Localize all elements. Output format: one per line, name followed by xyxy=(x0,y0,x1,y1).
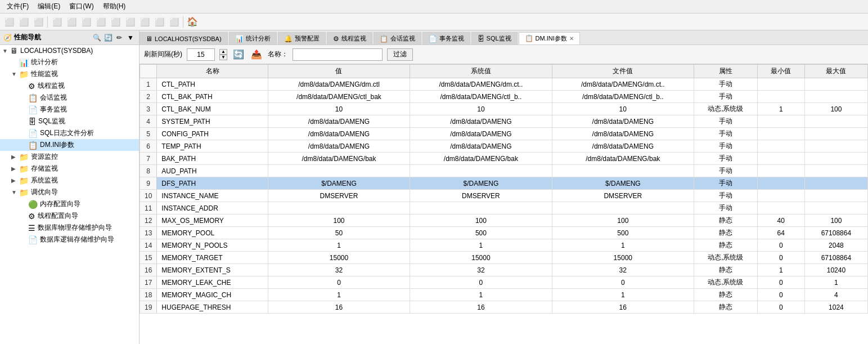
node-label: 统计分析 xyxy=(31,57,58,67)
menu-window[interactable]: 窗口(W) xyxy=(65,1,98,12)
table-row[interactable]: 12 MAX_OS_MEMORY 100 100 100 静态 40 100 xyxy=(140,215,868,227)
param-attr: 静态 xyxy=(694,227,758,239)
toolbar-btn-9[interactable]: ⬜ xyxy=(123,15,137,29)
toolbar-btn-1[interactable]: ⬜ xyxy=(2,15,16,29)
param-name: MEMORY_MAGIC_CH xyxy=(157,289,268,301)
table-row[interactable]: 14 MEMORY_N_POOLS 1 1 1 静态 0 2048 xyxy=(140,239,868,252)
tree-item-memcfg[interactable]: 🟢 内存配置向导 xyxy=(0,198,139,210)
tree-item-thrcfg[interactable]: ⚙ 线程配置向导 xyxy=(0,210,139,222)
name-input[interactable] xyxy=(293,48,383,61)
param-min: 40 xyxy=(757,215,804,227)
filter-button[interactable]: 过滤 xyxy=(387,48,413,61)
tab-2[interactable]: 🔔预警配置 xyxy=(278,32,326,44)
toolbar-btn-5[interactable]: ⬜ xyxy=(65,15,78,29)
tree-item-sysmon[interactable]: ▶ 📁 系统监视 xyxy=(0,175,139,186)
toolbar-btn-8[interactable]: ⬜ xyxy=(109,15,122,29)
tab-5[interactable]: 📄事务监视 xyxy=(422,32,470,44)
table-row[interactable]: 13 MEMORY_POOL 50 500 500 静态 64 67108864 xyxy=(140,227,868,239)
table-row[interactable]: 15 MEMORY_TARGET 15000 15000 15000 动态,系统… xyxy=(140,252,868,264)
node-label: SQL监视 xyxy=(38,117,65,126)
toolbar-sep-2 xyxy=(183,16,183,28)
table-row[interactable]: 2 CTL_BAK_PATH /dm8/data/DAMENG/ctl_bak … xyxy=(140,91,868,103)
tree-item-sql[interactable]: 🗄 SQL监视 xyxy=(0,115,139,127)
node-icon: 🟢 xyxy=(28,200,38,209)
interval-input[interactable] xyxy=(187,48,215,61)
param-sysvalue: /dm8/data/DAMENG xyxy=(410,115,552,128)
toolbar-btn-11[interactable]: ⬜ xyxy=(152,15,166,29)
param-max: 100 xyxy=(804,103,867,115)
toolbar-btn-12[interactable]: ⬜ xyxy=(167,15,181,29)
tree-item-dbstore1[interactable]: ☰ 数据库物理存储维护向导 xyxy=(0,222,139,234)
param-value: 32 xyxy=(268,264,410,276)
tree-item-dmini[interactable]: 📋 DM.INI参数 xyxy=(0,139,139,151)
menu-help[interactable]: 帮助(H) xyxy=(98,1,131,12)
tab-1[interactable]: 📊统计分析 xyxy=(229,32,277,44)
param-filevalue: DMSERVER xyxy=(552,190,694,202)
table-row[interactable]: 19 HUGEPAGE_THRESH 16 16 16 静态 0 1024 xyxy=(140,301,868,314)
tree-item-storage[interactable]: ▶ 📁 存储监视 xyxy=(0,163,139,175)
tree-item-session[interactable]: 📋 会话监视 xyxy=(0,92,139,104)
node-icon: 📁 xyxy=(19,70,29,79)
table-row[interactable]: 1 CTL_PATH /dm8/data/DAMENG/dm.ctl /dm8/… xyxy=(140,78,868,91)
table-row[interactable]: 10 INSTANCE_NAME DMSERVER DMSERVER DMSER… xyxy=(140,190,868,202)
param-min xyxy=(757,140,804,153)
tree-item-dbstore2[interactable]: 📄 数据库逻辑存储维护向导 xyxy=(0,234,139,245)
param-filevalue xyxy=(552,202,694,215)
node-label: 线程监视 xyxy=(38,81,65,91)
table-row[interactable]: 8 AUD_PATH 手动 xyxy=(140,165,868,177)
export-btn[interactable]: 📤 xyxy=(250,48,263,61)
table-row[interactable]: 9 DFS_PATH $/DAMENG $/DAMENG $/DAMENG 手动 xyxy=(140,177,868,190)
param-max: 10240 xyxy=(804,264,867,276)
tab-close-btn[interactable]: ✕ xyxy=(569,35,574,42)
tab-0[interactable]: 🖥LOCALHOST(SYSDBA) xyxy=(140,32,228,44)
interval-down[interactable]: ▼ xyxy=(219,55,227,60)
table-row[interactable]: 5 CONFIG_PATH /dm8/data/DAMENG /dm8/data… xyxy=(140,128,868,140)
interval-up[interactable]: ▲ xyxy=(219,49,227,55)
panel-menu-btn[interactable]: ▼ xyxy=(125,33,136,43)
table-row[interactable]: 11 INSTANCE_ADDR 手动 xyxy=(140,202,868,215)
toolbar-btn-4[interactable]: ⬜ xyxy=(50,15,64,29)
toolbar-btn-3[interactable]: ⬜ xyxy=(32,15,45,29)
toolbar-btn-7[interactable]: ⬜ xyxy=(94,15,107,29)
tree-item-txn[interactable]: 📄 事务监视 xyxy=(0,104,139,115)
table-row[interactable]: 7 BAK_PATH /dm8/data/DAMENG/bak /dm8/dat… xyxy=(140,153,868,165)
node-icon: 📁 xyxy=(19,176,29,185)
panel-search-btn[interactable]: 🔍 xyxy=(92,33,102,43)
tree-item-tuning[interactable]: ▼ 📁 调优向导 xyxy=(0,186,139,198)
table-row[interactable]: 3 CTL_BAK_NUM 10 10 10 动态,系统级 1 100 xyxy=(140,103,868,115)
table-row[interactable]: 18 MEMORY_MAGIC_CH 1 1 1 静态 0 4 xyxy=(140,289,868,301)
toolbar-btn-6[interactable]: ⬜ xyxy=(79,15,93,29)
tree-item-perf[interactable]: ▼ 📁 性能监视 xyxy=(0,68,139,80)
menu-file[interactable]: 文件(F) xyxy=(2,1,33,12)
row-num: 15 xyxy=(140,252,157,264)
table-row[interactable]: 4 SYSTEM_PATH /dm8/data/DAMENG /dm8/data… xyxy=(140,115,868,128)
row-num: 17 xyxy=(140,276,157,289)
tree-item-stats[interactable]: 📊 统计分析 xyxy=(0,56,139,68)
tab-4[interactable]: 📋会话监视 xyxy=(374,32,421,44)
row-num: 4 xyxy=(140,115,157,128)
param-min xyxy=(757,202,804,215)
menu-edit[interactable]: 编辑(E) xyxy=(33,1,65,12)
table-row[interactable]: 17 MEMORY_LEAK_CHE 0 0 0 动态,系统级 0 1 xyxy=(140,276,868,289)
refresh-btn[interactable]: 🔄 xyxy=(232,48,245,61)
tab-6[interactable]: 🗄SQL监视 xyxy=(471,32,518,44)
tree-item-resource[interactable]: ▶ 📁 资源监控 xyxy=(0,151,139,163)
param-attr: 静态 xyxy=(694,215,758,227)
table-row[interactable]: 6 TEMP_PATH /dm8/data/DAMENG /dm8/data/D… xyxy=(140,140,868,153)
table-container[interactable]: 名称 值 系统值 文件值 属性 最小值 最大值 1 CTL_PATH /dm8/… xyxy=(140,64,868,344)
tab-7[interactable]: 📋DM.INI参数✕ xyxy=(519,32,580,44)
table-row[interactable]: 16 MEMORY_EXTENT_S 32 32 32 静态 1 10240 xyxy=(140,264,868,276)
toolbar-btn-10[interactable]: ⬜ xyxy=(138,15,151,29)
panel-edit-btn[interactable]: ✏ xyxy=(114,33,124,43)
param-max xyxy=(804,78,867,91)
param-min xyxy=(757,190,804,202)
tree-item-thread[interactable]: ⚙ 线程监视 xyxy=(0,80,139,92)
panel-title-label: 性能导航 xyxy=(14,33,41,42)
panel-refresh-btn[interactable]: 🔄 xyxy=(103,33,113,43)
toolbar-btn-2[interactable]: ⬜ xyxy=(17,15,30,29)
tab-3[interactable]: ⚙线程监视 xyxy=(327,32,372,44)
tree-item-sqllog[interactable]: 📄 SQL日志文件分析 xyxy=(0,127,139,139)
node-icon: ☰ xyxy=(28,224,35,233)
toolbar-home-btn[interactable]: 🏠 xyxy=(186,15,199,29)
tree-item-root[interactable]: ▼ 🖥 LOCALHOST(SYSDBA) xyxy=(0,45,139,56)
